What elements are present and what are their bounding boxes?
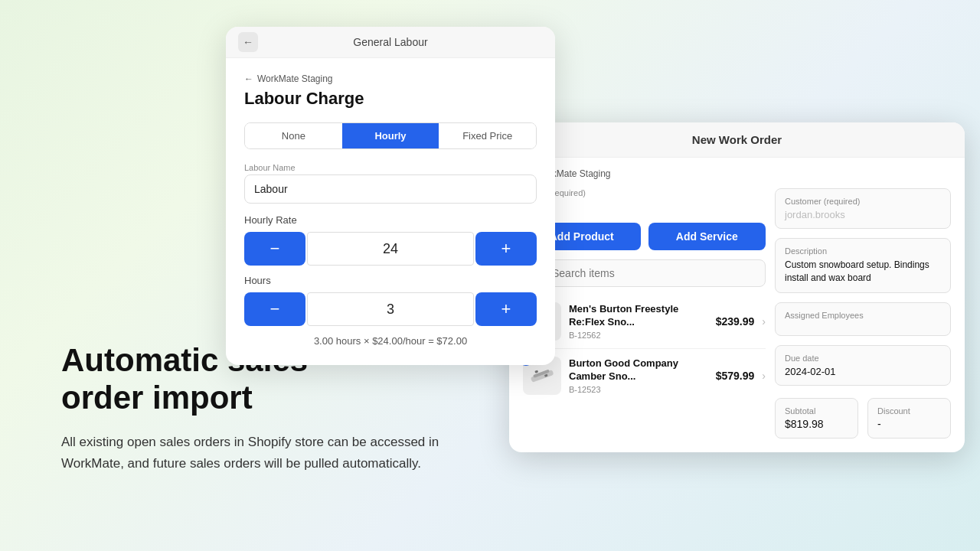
wo-right-panel: Customer (required) jordan.brooks Descri… (775, 188, 951, 439)
product-chevron-2: › (762, 370, 766, 382)
workorder-card: New Work Order ← WorkMate Staging Status… (509, 122, 965, 452)
btn-row: Add Product Add Service (523, 223, 766, 250)
product-name-1: Men's Burton Freestyle Re:Flex Sno... (569, 303, 708, 329)
status-value: Draft (523, 201, 766, 214)
workorder-body: ← WorkMate Staging Status (required) Dra… (509, 158, 965, 452)
product-item[interactable]: 1 Men's Burton Freestyle Re:Flex Sno... (523, 295, 766, 349)
labour-card-body: ← WorkMate Staging Labour Charge None Ho… (226, 58, 555, 365)
product-price-1: $239.99 (716, 315, 755, 328)
assigned-employees-field[interactable]: Assigned Employees (775, 302, 951, 336)
wo-main-layout: Status (required) Draft Add Product Add … (523, 188, 951, 439)
product-image-2 (528, 362, 556, 390)
discount-label: Discount (877, 406, 941, 416)
labour-card-header: ← General Labour (226, 27, 555, 58)
product-info-2: Burton Good Company Camber Sno... B-1252… (569, 357, 708, 394)
brand-name: WorkMate Staging (257, 73, 333, 84)
hours-value: 3 (307, 292, 474, 326)
customer-value: jordan.brooks (785, 209, 941, 220)
search-input[interactable] (552, 267, 756, 279)
hourly-rate-value: 24 (307, 232, 474, 266)
labour-card-title: General Labour (353, 36, 427, 48)
product-name-2: Burton Good Company Camber Sno... (569, 357, 708, 383)
due-date-field: Due date 2024-02-01 (775, 345, 951, 386)
brand-link: ← WorkMate Staging (244, 73, 537, 84)
product-sku-2: B-12523 (569, 385, 708, 394)
back-button[interactable]: ← (238, 32, 258, 52)
labour-name-label: Labour Name (244, 163, 537, 172)
subtotal-label: Subtotal (785, 406, 848, 416)
tab-group: None Hourly Fixed Price (244, 122, 537, 149)
subtotal-value: $819.98 (785, 418, 848, 430)
workorder-title: New Work Order (692, 133, 782, 146)
customer-label: Customer (785, 197, 822, 206)
discount-field: Discount - (867, 398, 951, 439)
brand-arrow-icon: ← (244, 73, 253, 84)
subtotal-field: Subtotal $819.98 (775, 398, 858, 439)
customer-required: (required) (824, 197, 861, 206)
description-label: Description (785, 246, 941, 256)
product-sku-1: B-12562 (569, 331, 708, 340)
tab-hourly[interactable]: Hourly (342, 123, 439, 148)
wo-left-panel: Status (required) Draft Add Product Add … (523, 188, 766, 439)
calc-line: 3.00 hours × $24.00/hour = $72.00 (244, 335, 537, 347)
wo-status-field: Status (required) Draft (523, 188, 766, 214)
hourly-rate-stepper: − 24 + (244, 232, 537, 266)
search-box[interactable]: 🔍 (523, 259, 766, 287)
hourly-rate-label: Hourly Rate (244, 214, 537, 226)
labour-name-input[interactable] (244, 174, 537, 204)
hourly-rate-minus-button[interactable]: − (244, 232, 305, 266)
description-value: Custom snowboard setup. Bindings install… (785, 259, 941, 285)
hours-label: Hours (244, 275, 537, 286)
product-price-2: $579.99 (716, 370, 755, 382)
subtotal-discount-row: Subtotal $819.98 Discount - (775, 398, 951, 439)
wo-status-customer-row: Status (required) Draft (523, 188, 766, 214)
hours-minus-button[interactable]: − (244, 292, 305, 326)
due-date-value: 2024-02-01 (785, 366, 941, 377)
wo-brand-link: ← WorkMate Staging (523, 168, 951, 179)
assigned-employees-label: Assigned Employees (785, 311, 941, 320)
discount-value: - (877, 418, 941, 430)
description-field: Description Custom snowboard setup. Bind… (775, 238, 951, 293)
svg-rect-6 (534, 370, 538, 373)
tab-fixed-price[interactable]: Fixed Price (439, 123, 536, 148)
product-info-1: Men's Burton Freestyle Re:Flex Sno... B-… (569, 303, 708, 340)
add-service-button[interactable]: Add Service (648, 223, 766, 250)
customer-field: Customer (required) jordan.brooks (775, 188, 951, 229)
workorder-header: New Work Order (509, 122, 965, 158)
labour-card: ← General Labour ← WorkMate Staging Labo… (226, 27, 555, 365)
labour-heading: Labour Charge (244, 89, 537, 109)
product-list: 1 Men's Burton Freestyle Re:Flex Sno... (523, 295, 766, 403)
product-chevron-1: › (762, 315, 766, 328)
main-description: All existing open sales orders in Shopif… (61, 432, 490, 474)
hours-plus-button[interactable]: + (475, 292, 537, 326)
hourly-rate-plus-button[interactable]: + (475, 232, 537, 266)
product-item[interactable]: 1 Burton Good Company Camber Sno... B-12… (523, 349, 766, 403)
tab-none[interactable]: None (245, 123, 342, 148)
due-date-label: Due date (785, 354, 941, 363)
hours-stepper: − 3 + (244, 292, 537, 326)
